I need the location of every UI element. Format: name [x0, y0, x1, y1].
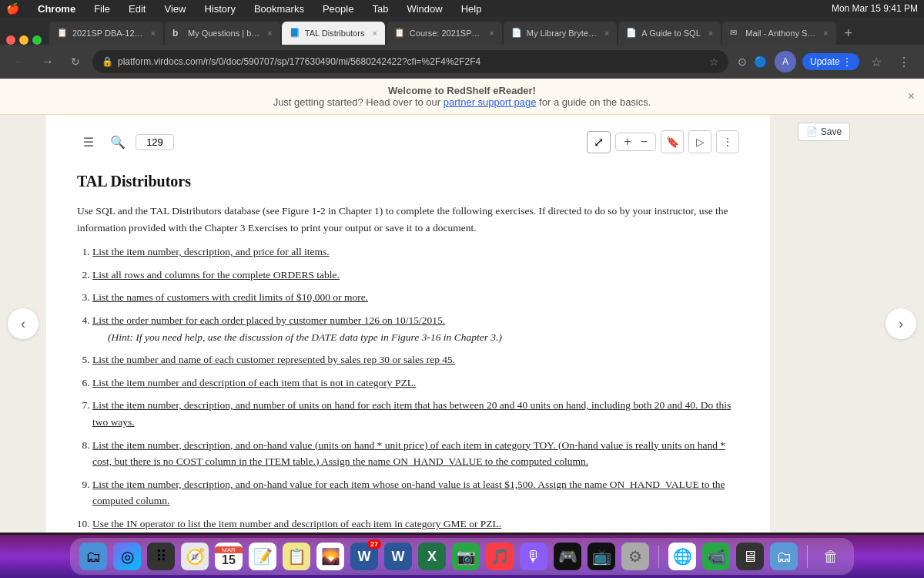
- tab-close-myquestions[interactable]: ×: [267, 29, 272, 38]
- browser-chrome: 📋 2021SP DBA-12… × b My Questions | b… ×…: [0, 17, 924, 79]
- more-options-button[interactable]: ⋮: [716, 130, 739, 153]
- zoom-minus-button[interactable]: −: [638, 135, 651, 149]
- tab-label-sql: A Guide to SQL: [641, 29, 700, 38]
- tab-mail[interactable]: ✉ Mail - Anthony S… ×: [722, 22, 836, 45]
- apple-logo[interactable]: 🍎: [6, 2, 19, 15]
- dock-games[interactable]: 🎮: [554, 543, 581, 570]
- minimize-window-btn[interactable]: [19, 35, 28, 45]
- search-button[interactable]: 🔍: [106, 130, 129, 153]
- back-button[interactable]: ←: [9, 51, 31, 72]
- tab-tal[interactable]: 📘 TAL Distributors ×: [282, 22, 385, 45]
- tab-favicon-tal: 📘: [290, 28, 300, 39]
- menu-bar: 🍎 Chrome File Edit View History Bookmark…: [0, 0, 924, 17]
- dock-word[interactable]: W 27: [350, 543, 378, 570]
- profile-button[interactable]: A: [775, 51, 796, 72]
- dock-folder[interactable]: 🗂: [770, 543, 798, 570]
- banner-support-link[interactable]: partner support page: [444, 96, 537, 108]
- menu-edit[interactable]: Edit: [126, 3, 149, 15]
- dock-appletv[interactable]: 📺: [588, 543, 615, 570]
- list-item: List the item number, description, and o…: [92, 476, 739, 509]
- tab-bar: 📋 2021SP DBA-12… × b My Questions | b… ×…: [0, 17, 924, 45]
- extension-icons: ⊙ 🔵: [735, 54, 768, 69]
- tab-2021sp[interactable]: 📋 2021SP DBA-12… ×: [49, 22, 163, 45]
- banner-content: Welcome to RedShelf eReader! Just gettin…: [273, 85, 651, 108]
- tab-close-library[interactable]: ×: [604, 29, 609, 38]
- url-bar[interactable]: 🔒 platform.virdocs.com/r/s/0/doc/590707/…: [92, 50, 728, 73]
- new-tab-button[interactable]: +: [838, 22, 859, 45]
- dock-calendar[interactable]: MAR 15: [215, 543, 243, 570]
- zoom-plus-button[interactable]: +: [621, 135, 634, 149]
- exercise-list: List the item number, description, and p…: [77, 244, 739, 532]
- forward-button[interactable]: →: [37, 51, 59, 72]
- dock-launchpad[interactable]: ⠿: [147, 543, 175, 570]
- menu-file[interactable]: File: [91, 3, 113, 15]
- dock-excel[interactable]: X: [418, 543, 446, 570]
- bookmarks-button[interactable]: ☆: [865, 51, 887, 72]
- dock-notes[interactable]: 📋: [283, 543, 310, 570]
- list-item: List the item number, description, and n…: [92, 397, 739, 430]
- menu-tab[interactable]: Tab: [369, 3, 391, 15]
- dock-chrome[interactable]: 🌐: [668, 543, 696, 570]
- dock-reminders[interactable]: 📝: [249, 543, 276, 570]
- bookmark-star-icon[interactable]: ☆: [709, 55, 719, 68]
- more-icon: ⋮: [722, 136, 733, 148]
- dock-facetime[interactable]: 📷: [452, 543, 480, 570]
- exercise-1-text: List the item number, description, and p…: [92, 246, 330, 257]
- menu-bookmarks[interactable]: Bookmarks: [251, 3, 307, 15]
- hamburger-menu-button[interactable]: ☰: [77, 130, 100, 153]
- dock-compass[interactable]: 🧭: [181, 543, 209, 570]
- tab-library[interactable]: 📄 My Library Bryte… ×: [504, 22, 618, 45]
- menu-help[interactable]: Help: [458, 3, 485, 15]
- tab-myquestions[interactable]: b My Questions | b… ×: [165, 22, 280, 45]
- dock-area: 🗂 ◎ ⠿ 🧭 MAR 15 📝 📋 🌄 W 27 W X 📷 🎵 🎙 🎮 📺 …: [0, 535, 924, 578]
- tab-close-mail[interactable]: ×: [823, 29, 828, 38]
- tab-favicon-2021sp: 📋: [57, 28, 68, 39]
- dock-finder[interactable]: 🗂: [79, 543, 107, 570]
- dock-screen-share[interactable]: 🖥: [736, 543, 764, 570]
- menu-dots-button[interactable]: ⋮: [893, 51, 915, 72]
- tab-sql[interactable]: 📄 A Guide to SQL ×: [618, 22, 721, 45]
- save-button[interactable]: 📄 Save: [798, 123, 850, 141]
- tab-close-sql[interactable]: ×: [708, 29, 713, 38]
- menu-view[interactable]: View: [161, 3, 189, 15]
- maximize-window-btn[interactable]: [32, 35, 42, 45]
- document-area: ☰ 🔍 ⤢ + − 🔖 ▷: [46, 115, 770, 533]
- exercise-3-text: List the names of customers with credit …: [92, 291, 368, 303]
- expand-button[interactable]: ⤢: [587, 131, 611, 153]
- dock-trash[interactable]: 🗑: [817, 543, 845, 570]
- menu-people[interactable]: People: [320, 3, 357, 15]
- dock-word2[interactable]: W: [384, 543, 412, 570]
- refresh-button[interactable]: ↻: [65, 51, 86, 72]
- menu-chrome[interactable]: Chrome: [35, 3, 79, 15]
- play-button[interactable]: ▷: [688, 130, 711, 153]
- tab-close-tal[interactable]: ×: [372, 29, 377, 38]
- ext-icon-2[interactable]: 🔵: [753, 54, 768, 69]
- tab-close-course[interactable]: ×: [489, 29, 494, 38]
- dock-photos[interactable]: 🌄: [316, 543, 344, 570]
- dock-settings[interactable]: ⚙: [621, 543, 649, 570]
- banner-close-button[interactable]: ×: [908, 89, 915, 103]
- dock-siri[interactable]: ◎: [113, 543, 141, 570]
- dock-music[interactable]: 🎵: [486, 543, 514, 570]
- close-window-btn[interactable]: [6, 35, 15, 45]
- tab-label-course: Course: 2021SP …: [410, 29, 482, 38]
- document-toolbar: ☰ 🔍 ⤢ + − 🔖 ▷: [77, 130, 739, 153]
- ext-icon-1[interactable]: ⊙: [735, 54, 750, 69]
- word-badge: 27: [367, 539, 381, 549]
- menu-window[interactable]: Window: [403, 3, 445, 15]
- play-icon: ▷: [696, 136, 705, 148]
- prev-page-button[interactable]: ‹: [8, 308, 38, 339]
- list-item: Use the IN operator to list the item num…: [92, 516, 739, 533]
- dock-podcast[interactable]: 🎙: [520, 543, 547, 570]
- bookmark-icon-button[interactable]: 🔖: [661, 130, 684, 153]
- banner-subtitle-suffix: for a guide on the basics.: [536, 96, 651, 108]
- page-number-input[interactable]: [136, 134, 174, 150]
- update-button[interactable]: Update ⋮: [802, 53, 859, 70]
- banner-subtitle-prefix: Just getting started? Head over to our: [273, 96, 444, 108]
- dock-facetime2[interactable]: 📹: [702, 543, 730, 570]
- tab-close-2021sp[interactable]: ×: [151, 29, 156, 38]
- next-page-button[interactable]: ›: [886, 308, 916, 339]
- left-nav: ‹: [0, 115, 46, 533]
- menu-history[interactable]: History: [201, 3, 238, 15]
- tab-course[interactable]: 📋 Course: 2021SP … ×: [387, 22, 502, 45]
